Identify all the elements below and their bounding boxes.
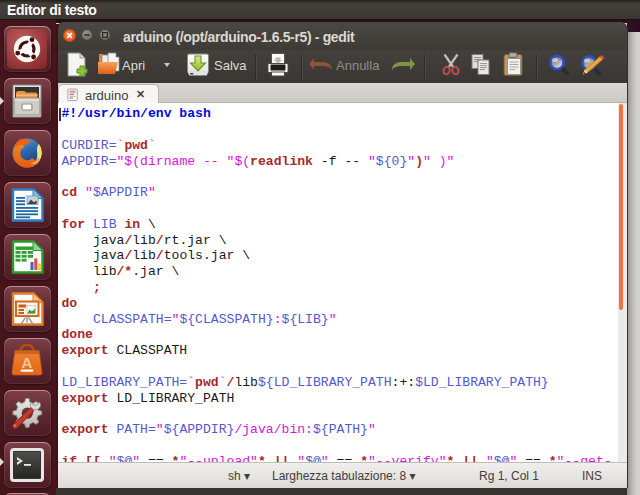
svg-text:A: A (22, 354, 33, 371)
